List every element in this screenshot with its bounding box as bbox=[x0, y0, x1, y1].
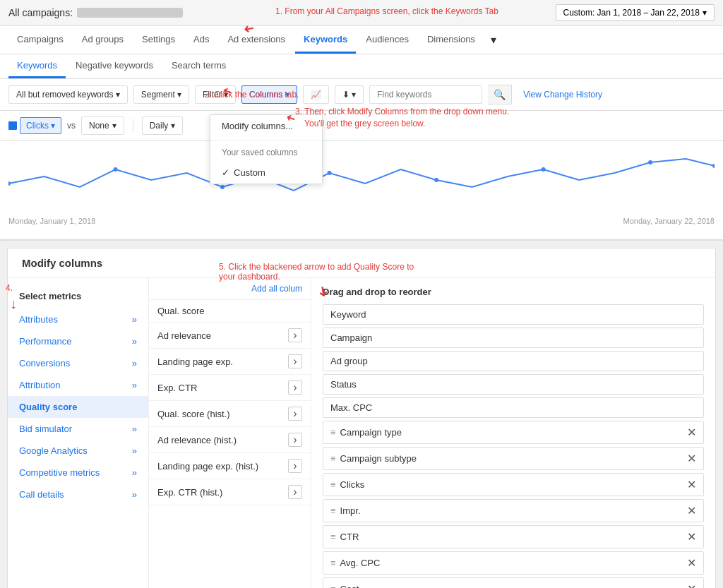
add-landing-page-hist-button[interactable]: › bbox=[288, 459, 302, 473]
reorder-clicks[interactable]: ≡ Clicks ✕ bbox=[323, 473, 704, 496]
remove-clicks-button[interactable]: ✕ bbox=[687, 478, 696, 491]
sub-tab-keywords[interactable]: Keywords bbox=[8, 54, 66, 78]
chart-icon: 📈 bbox=[311, 90, 321, 100]
reorder-campaign[interactable]: Campaign bbox=[323, 328, 704, 348]
metric-google-analytics[interactable]: Google Analytics » bbox=[8, 440, 148, 462]
tab-settings[interactable]: Settings bbox=[133, 27, 184, 54]
remove-ctr-button[interactable]: ✕ bbox=[687, 530, 696, 544]
add-exp-ctr-hist-button[interactable]: › bbox=[288, 485, 302, 499]
landing-page-hist-label: Landing page exp. (hist.) bbox=[157, 461, 258, 472]
tab-audiences[interactable]: Audiences bbox=[357, 27, 417, 54]
daily-button[interactable]: Daily ▾ bbox=[142, 116, 184, 135]
sub-tab-search-terms[interactable]: Search terms bbox=[163, 54, 234, 78]
metric-attribution[interactable]: Attribution » bbox=[8, 374, 148, 396]
remove-campaign-subtype-button[interactable]: ✕ bbox=[687, 452, 696, 465]
modify-columns-item[interactable]: Modify columns... bbox=[210, 115, 322, 137]
metric-performance-label: Performance bbox=[19, 336, 71, 347]
add-all-columns-button[interactable]: Add all colum bbox=[251, 284, 302, 294]
remove-cost-button[interactable]: ✕ bbox=[687, 582, 696, 588]
reorder-campaign-subtype[interactable]: ≡ Campaign subtype ✕ bbox=[323, 447, 704, 470]
add-landing-page-button[interactable]: › bbox=[288, 354, 302, 368]
saved-columns-label: Your saved columns bbox=[210, 143, 322, 162]
none-metric-button[interactable]: None ▾ bbox=[81, 116, 124, 135]
custom-columns-item[interactable]: ✓ Custom bbox=[210, 162, 322, 184]
quality-row-qual-score-hist: Qual. score (hist.) › bbox=[149, 401, 311, 427]
chevron-down-icon: ▾ bbox=[51, 121, 55, 131]
tab-dimensions[interactable]: Dimensions bbox=[419, 27, 484, 54]
clicks-metric[interactable]: Clicks ▾ bbox=[8, 117, 61, 134]
sub-tab-negative-keywords[interactable]: Negative keywords bbox=[67, 54, 162, 78]
columns-button[interactable]: Columns ▾ bbox=[241, 85, 297, 104]
tab-ad-groups[interactable]: Ad groups bbox=[73, 27, 132, 54]
drag-handle-icon: ≡ bbox=[330, 584, 336, 588]
view-change-history-link[interactable]: View Change History bbox=[523, 90, 602, 100]
sub-nav-tabs: Keywords Negative keywords Search terms bbox=[0, 54, 723, 79]
quality-row-landing-page-hist: Landing page exp. (hist.) › bbox=[149, 453, 311, 479]
add-ad-relevance-hist-button[interactable]: › bbox=[288, 433, 302, 447]
tab-ads[interactable]: Ads bbox=[185, 27, 217, 54]
reorder-campaign-type[interactable]: ≡ Campaign type ✕ bbox=[323, 421, 704, 444]
metric-attributes[interactable]: Attributes » bbox=[8, 308, 148, 330]
chart-type-button[interactable]: 📈 bbox=[303, 85, 329, 104]
quality-row-landing-page-exp: Landing page exp. › bbox=[149, 349, 311, 375]
remove-campaign-type-button[interactable]: ✕ bbox=[687, 426, 696, 439]
drag-handle-icon: ≡ bbox=[330, 532, 336, 542]
date-range-button[interactable]: Custom: Jan 1, 2018 – Jan 22, 2018 ▾ bbox=[556, 4, 715, 21]
search-keywords-input[interactable] bbox=[369, 85, 482, 104]
metric-bid-simulator[interactable]: Bid simulator » bbox=[8, 418, 148, 440]
svg-point-3 bbox=[328, 171, 332, 175]
metric-call-details[interactable]: Call details » bbox=[8, 484, 148, 505]
reorder-ad-group[interactable]: Ad group bbox=[323, 351, 704, 371]
campaign-title: All campaigns: bbox=[8, 7, 183, 18]
filter-button[interactable]: Filter ▾ bbox=[195, 85, 236, 104]
filter-all-label: All but removed keywords ▾ bbox=[16, 90, 120, 100]
impr-label: Impr. bbox=[340, 505, 361, 516]
more-tabs-button[interactable]: ▾ bbox=[485, 26, 502, 54]
remove-avg-cpc-button[interactable]: ✕ bbox=[687, 556, 696, 570]
chevron-right-icon: » bbox=[132, 467, 137, 478]
metric-quality-score[interactable]: Quality score bbox=[8, 396, 148, 418]
ad-relevance-hist-label: Ad relevance (hist.) bbox=[157, 435, 237, 445]
reorder-impr[interactable]: ≡ Impr. ✕ bbox=[323, 499, 704, 522]
main-nav-tabs: Campaigns Ad groups Settings Ads Ad exte… bbox=[0, 26, 723, 54]
add-qual-score-hist-button[interactable]: › bbox=[288, 407, 302, 421]
reorder-ctr[interactable]: ≡ CTR ✕ bbox=[323, 525, 704, 548]
reorder-max-cpc[interactable]: Max. CPC bbox=[323, 397, 704, 418]
segment-button[interactable]: Segment ▾ bbox=[133, 85, 189, 104]
add-ad-relevance-button[interactable]: › bbox=[288, 328, 302, 342]
cost-label: Cost bbox=[340, 584, 359, 588]
metric-conversions[interactable]: Conversions » bbox=[8, 352, 148, 374]
columns-dropdown: Modify columns... Your saved columns ✓ C… bbox=[210, 114, 323, 184]
metric-quality-score-label: Quality score bbox=[19, 402, 77, 412]
chart-label-left: Monday, January 1, 2018 bbox=[8, 217, 95, 225]
add-exp-ctr-button[interactable]: › bbox=[288, 380, 302, 395]
remove-impr-button[interactable]: ✕ bbox=[687, 504, 696, 517]
keyword-label: Keyword bbox=[330, 309, 366, 320]
metric-competitive-metrics[interactable]: Competitive metrics » bbox=[8, 462, 148, 484]
reorder-status[interactable]: Status bbox=[323, 374, 704, 395]
download-icon: ⬇ ▾ bbox=[342, 90, 356, 100]
reorder-avg-cpc[interactable]: ≡ Avg. CPC ✕ bbox=[323, 551, 704, 575]
clicks-label: Clicks bbox=[26, 121, 49, 131]
exp-ctr-hist-label: Exp. CTR (hist.) bbox=[157, 487, 222, 498]
download-button[interactable]: ⬇ ▾ bbox=[335, 85, 364, 104]
qual-score-label: Qual. score bbox=[157, 306, 204, 316]
reorder-cost[interactable]: ≡ Cost ✕ bbox=[323, 577, 704, 588]
tab-ad-extensions[interactable]: Ad extensions bbox=[219, 27, 294, 54]
chevron-right-icon: » bbox=[132, 358, 137, 368]
filter-all-button[interactable]: All but removed keywords ▾ bbox=[8, 85, 128, 104]
exp-ctr-label: Exp. CTR bbox=[157, 383, 197, 393]
tab-campaigns[interactable]: Campaigns bbox=[8, 27, 72, 54]
svg-point-5 bbox=[542, 167, 546, 172]
search-button[interactable]: 🔍 bbox=[488, 85, 512, 104]
metrics-sidebar: Select metrics Attributes » Performance … bbox=[8, 278, 149, 588]
metric-competitive-metrics-label: Competitive metrics bbox=[19, 467, 100, 478]
reorder-panel: Drag and drop to reorder Keyword Campaig… bbox=[311, 278, 715, 588]
campaign-label: Campaign bbox=[330, 332, 372, 343]
metric-performance[interactable]: Performance » bbox=[8, 330, 148, 352]
clicks-button[interactable]: Clicks ▾ bbox=[20, 117, 61, 134]
tab-keywords[interactable]: Keywords bbox=[295, 27, 356, 54]
select-metrics-title: Select metrics bbox=[8, 287, 148, 308]
reorder-keyword[interactable]: Keyword bbox=[323, 304, 704, 325]
ad-relevance-label: Ad relevance bbox=[157, 330, 211, 341]
